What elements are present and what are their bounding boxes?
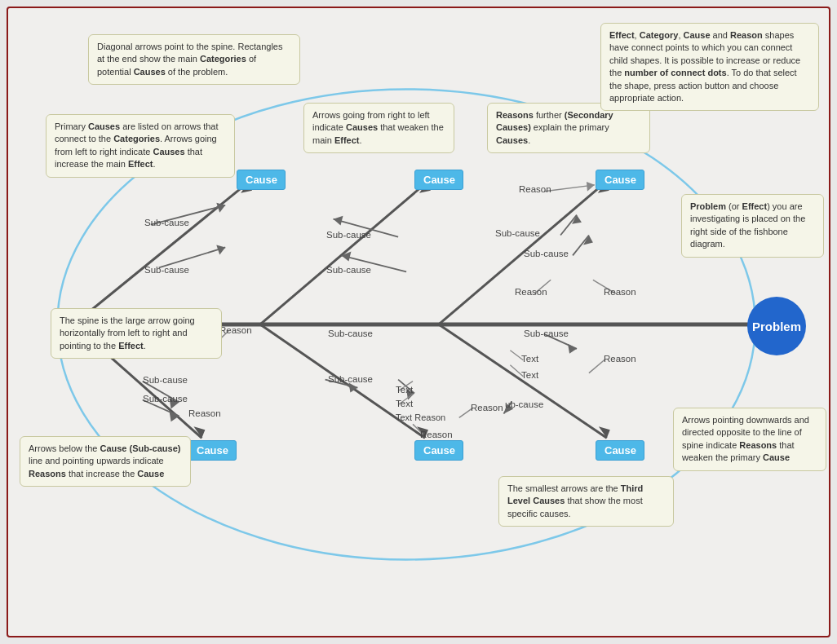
- text-label-3: Text: [396, 385, 413, 395]
- cause-box-6: Cause: [596, 440, 644, 461]
- cause-box-1: Cause: [237, 170, 286, 190]
- text-label-1: Text: [521, 354, 538, 364]
- text-label-4: Text: [396, 399, 413, 408]
- tooltip-arrows-down: Arrows pointing downwards and directed o…: [673, 408, 826, 471]
- subcause-label-11: Sub-cause: [328, 374, 373, 384]
- tooltip-effect-category: Effect, Category, Cause and Reason shape…: [600, 23, 819, 111]
- svg-line-47: [589, 359, 605, 373]
- tooltip-spine: The spine is the large arrow going horiz…: [51, 308, 222, 359]
- subcause-label-3: Sub-cause: [326, 230, 371, 240]
- subcause-label-8: Sub-cause: [328, 329, 373, 338]
- subcause-label-4: Sub-cause: [326, 265, 371, 275]
- svg-marker-20: [334, 216, 343, 226]
- subcause-label-10: Sub-cause: [143, 394, 188, 404]
- svg-marker-28: [587, 182, 595, 192]
- reason-label-3: Reason: [519, 184, 551, 194]
- svg-line-13: [439, 324, 607, 438]
- tooltip-problem: Problem (or Effect) you are investigatin…: [681, 194, 824, 258]
- tooltip-primary-causes: Primary Causes are listed on arrows that…: [46, 114, 235, 178]
- cause-box-4: Cause: [188, 440, 237, 461]
- text-reason-label: Text Reason: [396, 412, 445, 422]
- reason-label-4: Reason: [515, 287, 547, 297]
- reason-label-6: Reason: [471, 403, 503, 412]
- tooltip-third-level: The smallest arrows are the Third Level …: [498, 476, 674, 527]
- cause-box-5: Cause: [414, 440, 463, 461]
- svg-line-25: [573, 236, 589, 256]
- tooltip-arrows-below: Arrows below the Cause (Sub-cause) line …: [20, 436, 191, 487]
- cause-box-2: Cause: [414, 170, 463, 190]
- problem-circle: Problem: [747, 297, 806, 355]
- svg-line-7: [439, 183, 605, 324]
- subcause-label-6: Sub-cause: [524, 249, 569, 258]
- svg-line-5: [260, 183, 427, 324]
- subcause-label-1: Sub-cause: [144, 218, 189, 227]
- svg-line-3: [73, 183, 248, 324]
- cause-box-3: Cause: [596, 170, 644, 190]
- reason-label-8: Reason: [604, 354, 636, 364]
- tooltip-diagonal-arrows: Diagonal arrows point to the spine. Rect…: [88, 34, 300, 85]
- subcause-label-9: Sub-cause: [143, 375, 188, 385]
- tooltip-arrows-rl: Arrows going from right to left indicate…: [303, 103, 454, 153]
- subcause-label-7: Sub-cause: [524, 329, 569, 338]
- reason-label-1: Reason: [219, 325, 252, 335]
- svg-marker-46: [568, 344, 577, 354]
- subcause-label-5: Sub-cause: [495, 228, 540, 238]
- subcause-label-2: Sub-cause: [144, 265, 189, 275]
- reason-label-9: Reason: [188, 408, 221, 418]
- diagram-container: Cause Cause Cause Cause Cause Cause Prob…: [7, 7, 830, 637]
- reason-label-7: Reason: [420, 430, 453, 439]
- ubcause-label: ub-cause: [505, 399, 543, 409]
- text-label-2: Text: [521, 370, 538, 380]
- reason-label-5: Reason: [604, 287, 636, 297]
